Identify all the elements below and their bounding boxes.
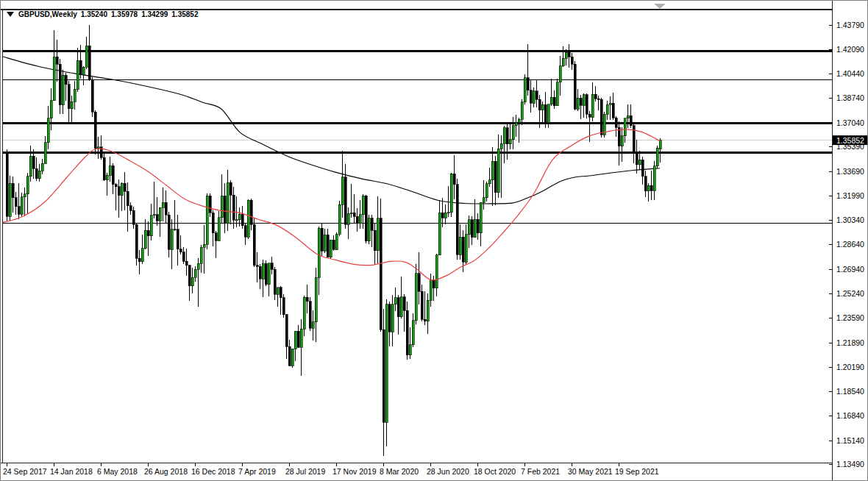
candle-bear [265,263,267,285]
candle-bull [541,104,544,110]
candle-bear [177,229,179,249]
candle-bull [335,234,338,249]
candle-bull [206,196,208,244]
candle-bull [171,229,173,249]
time-axis-label: 28 Jul 2019 [285,467,325,476]
candle-bear [118,187,120,196]
candle-bear [380,218,382,330]
candle-bull [362,196,364,215]
candle-bear [332,240,335,249]
candle-bull [47,118,49,143]
candle-bear [127,191,129,206]
candle-bear [588,114,591,117]
ohlc-close: 1.35852 [171,10,198,18]
price-axis-label: 1.16840 [836,411,864,420]
candle-bull [97,147,99,149]
candle-bear [282,298,285,315]
candle-bear [274,269,276,294]
time-axis-label: 14 Jan 2018 [50,467,93,476]
symbol-marker-icon[interactable] [7,12,14,17]
candle-bull [41,163,43,171]
time-axis-label: 6 May 2018 [97,467,138,476]
candle-bull [150,215,152,236]
candle-bull [294,331,296,349]
candle-bear [88,46,90,80]
candle-bear [188,266,191,286]
candle-bull [438,213,441,255]
candle-bear [618,127,620,146]
candle-bull [26,177,29,194]
price-axis-label: 1.30340 [836,215,864,224]
candle-bull [106,175,108,180]
candle-bear [271,263,273,270]
candle-bear [280,288,282,298]
candle-bull [194,269,196,277]
candle-bear [594,94,597,99]
candle-bear [112,165,114,185]
candle-bear [544,104,547,123]
chart-title: GBPUSD,Weekly 1.35240 1.35978 1.34299 1.… [7,10,198,18]
candle-bull [318,228,320,277]
candle-bull [162,202,164,207]
candle-bull [583,95,585,106]
candle-bull [21,197,23,214]
candle-bull [509,140,511,144]
candle-bear [644,177,647,191]
candle-bull [24,194,26,197]
candle-bull [9,183,11,216]
ohlc-high: 1.35978 [111,10,138,18]
candle-bull [427,300,429,321]
candle-bear [15,198,17,207]
candle-bull [71,101,73,109]
candle-bear [433,280,435,288]
price-axis-label: 1.40440 [836,69,864,78]
candle-bear [421,291,423,319]
price-axis-label: 1.20190 [836,363,864,371]
candle-bull [524,78,526,102]
candle-bull [391,304,394,332]
candle-bull [82,67,85,74]
candle-bear [212,213,214,232]
candle-bear [424,319,426,321]
price-axis-label: 1.38740 [836,93,864,102]
candle-bull [368,218,370,241]
candle-bull [533,91,535,104]
candle-bull [221,196,223,217]
candle-bear [182,252,185,262]
candle-bull [109,165,111,175]
time-axis-label: 19 Sep 2021 [615,467,659,476]
candle-bull [609,103,611,104]
candle-bear [215,233,217,240]
candle-bear [103,157,105,180]
candle-bull [435,255,438,288]
candle-bear [441,213,444,218]
candle-bear [530,90,532,104]
time-axis-label: 17 Nov 2019 [332,467,377,476]
time-axis-label: 7 Feb 2021 [521,467,560,476]
price-axis-label: 1.21890 [836,338,864,347]
price-chart-canvas[interactable]: 1.437901.420901.404401.387401.370401.353… [1,1,868,481]
candle-bull [488,180,491,184]
candle-bull [247,200,249,237]
candle-bull [85,46,88,67]
candle-bull [330,240,332,257]
candle-bull [512,126,514,140]
candle-bear [406,310,408,354]
candle-bull [656,148,658,166]
candle-bull [521,102,523,119]
candle-bear [138,258,140,261]
candle-bull [359,215,361,224]
price-axis-label: 1.43790 [836,21,864,29]
candle-bull [647,185,650,190]
candle-bull [444,213,447,218]
candle-bull [550,97,552,104]
time-axis-label: 24 Sep 2017 [3,467,47,476]
candle-bull [338,204,341,234]
candle-bear [209,196,211,213]
candle-bear [388,304,391,332]
price-axis-label: 1.25240 [836,289,864,298]
candle-bull [227,182,229,223]
candle-bear [297,331,299,347]
candle-bull [394,298,396,304]
candle-bear [615,118,617,127]
